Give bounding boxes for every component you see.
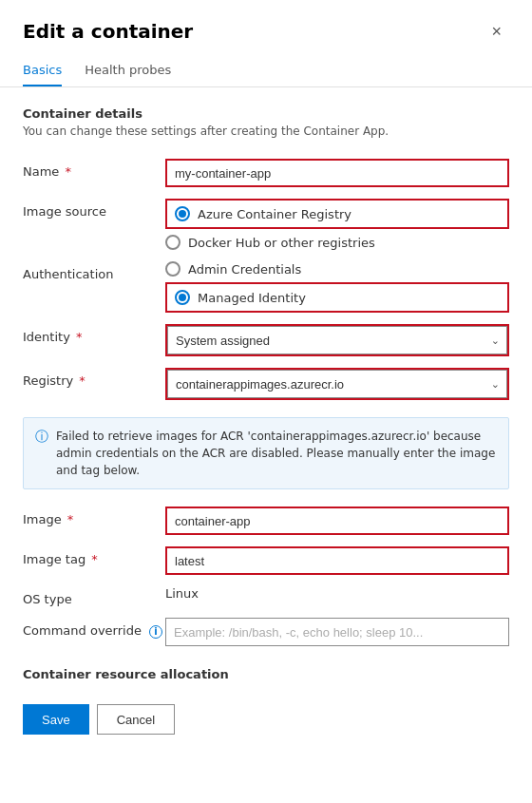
tab-bar: Basics Health probes <box>0 55 532 87</box>
image-source-label: Image source <box>23 199 165 219</box>
image-input[interactable] <box>165 507 509 535</box>
image-control <box>165 507 509 535</box>
image-label: Image * <box>23 507 165 526</box>
auth-control: Admin Credentials Managed Identity <box>165 261 509 313</box>
radio-docker[interactable]: Docker Hub or other registries <box>165 235 509 250</box>
radio-acr[interactable]: Azure Container Registry <box>175 206 500 221</box>
section-title: Container details <box>0 106 532 121</box>
dialog-footer: Save Cancel <box>0 685 532 754</box>
section-subtitle: You can change these settings after crea… <box>0 124 532 138</box>
image-tag-input[interactable] <box>165 546 509 575</box>
radio-acr-input[interactable] <box>175 206 190 221</box>
radio-admin-input[interactable] <box>165 261 180 277</box>
radio-docker-wrapper: Docker Hub or other registries <box>165 235 509 250</box>
radio-managed-label: Managed Identity <box>198 291 306 305</box>
identity-select-wrapper: System assigned ⌄ <box>165 324 509 356</box>
radio-docker-input[interactable] <box>165 235 180 250</box>
command-override-row: Command override i <box>0 612 532 652</box>
tab-basics[interactable]: Basics <box>23 55 62 86</box>
edit-container-dialog: Edit a container × Basics Health probes … <box>0 0 532 803</box>
cancel-button[interactable]: Cancel <box>97 704 175 735</box>
registry-label: Registry * <box>23 368 165 388</box>
os-type-row: OS type Linux <box>0 581 532 612</box>
registry-control: containerappimages.azurecr.io ⌄ <box>165 368 509 400</box>
tab-health-probes[interactable]: Health probes <box>85 55 171 86</box>
image-source-row: Image source Azure Container Registry Do… <box>0 193 532 256</box>
dialog-title: Edit a container <box>23 20 193 43</box>
registry-select-wrapper: containerappimages.azurecr.io ⌄ <box>165 368 509 400</box>
radio-managed-input[interactable] <box>175 290 190 305</box>
name-control <box>165 159 509 187</box>
auth-label: Authentication <box>23 261 165 281</box>
name-label: Name * <box>23 159 165 179</box>
resource-section-title: Container resource allocation <box>23 667 509 681</box>
radio-managed[interactable]: Managed Identity <box>175 290 500 305</box>
identity-label: Identity * <box>23 324 165 344</box>
info-box: ⓘ Failed to retrieve images for ACR 'con… <box>23 417 509 489</box>
radio-admin-wrapper: Admin Credentials <box>165 261 509 277</box>
image-tag-row: Image tag * <box>0 541 532 581</box>
name-row: Name * <box>0 153 532 193</box>
image-row: Image * <box>0 501 532 541</box>
command-override-control <box>165 618 509 646</box>
radio-admin[interactable]: Admin Credentials <box>165 261 509 277</box>
image-source-control: Azure Container Registry Docker Hub or o… <box>165 199 509 250</box>
identity-control: System assigned ⌄ <box>165 324 509 356</box>
resource-section: Container resource allocation <box>0 667 532 681</box>
name-input[interactable] <box>165 159 509 187</box>
radio-admin-label: Admin Credentials <box>188 262 301 277</box>
image-source-acr-box: Azure Container Registry <box>165 199 509 229</box>
os-type-label: OS type <box>23 586 165 606</box>
command-override-info-icon[interactable]: i <box>149 625 162 639</box>
name-required: * <box>61 164 71 179</box>
close-button[interactable]: × <box>484 19 509 44</box>
info-circle-icon: ⓘ <box>35 429 48 446</box>
image-tag-label: Image tag * <box>23 546 165 566</box>
radio-acr-label: Azure Container Registry <box>198 207 352 221</box>
image-tag-control <box>165 546 509 575</box>
command-override-label: Command override i <box>23 618 165 639</box>
os-type-control: Linux <box>165 586 509 601</box>
os-type-value: Linux <box>165 581 199 601</box>
registry-row: Registry * containerappimages.azurecr.io… <box>0 362 532 406</box>
registry-select[interactable]: containerappimages.azurecr.io <box>167 370 507 398</box>
dialog-header: Edit a container × <box>0 0 532 55</box>
info-text: Failed to retrieve images for ACR 'conta… <box>56 428 497 479</box>
auth-managed-box: Managed Identity <box>165 282 509 313</box>
identity-row: Identity * System assigned ⌄ <box>0 318 532 362</box>
command-override-input[interactable] <box>165 618 509 646</box>
radio-docker-label: Docker Hub or other registries <box>188 236 375 250</box>
auth-row: Authentication Admin Credentials Managed… <box>0 256 532 318</box>
save-button[interactable]: Save <box>23 704 89 735</box>
identity-select[interactable]: System assigned <box>167 326 507 354</box>
